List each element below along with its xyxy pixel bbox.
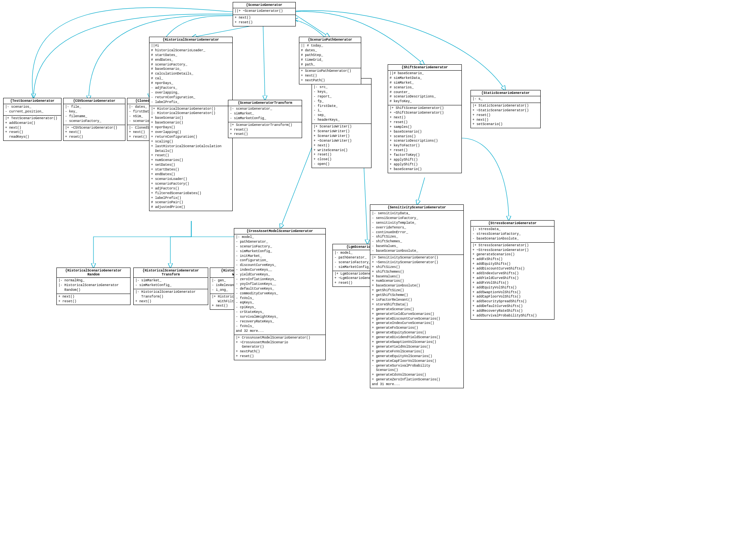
cross-asset-model-scenario-generator-methods: |+ CrossAssetModelScenarioGenerator() + … — [234, 335, 325, 360]
scenario-generator-transform-box: {ScenarioGeneratorTransform |- scenarioG… — [228, 100, 302, 138]
csv-scenario-generator-methods: |+ ~CSVScenarioGenerator() + next() + re… — [63, 125, 125, 141]
scenario-generator-methods: + next() + reset() — [233, 15, 295, 26]
shift-scenario-generator-methods: |+ ShiftScenarioGenerator() + ~ShiftScen… — [388, 105, 461, 172]
sensitivity-scenario-generator-title: {SensitivityScenarioGenerator — [370, 205, 463, 211]
csv-scenario-generator-title: {CSVScenarioGenerator — [63, 98, 125, 104]
scenario-writer-attrs: |- src_ - keys_ - report_ - fp_ - firstD… — [312, 84, 371, 124]
scenario-generator-attrs: ||+ ~ScenarioGenerator() — [233, 8, 295, 15]
test-scenario-generator-attrs: |- scenarios_ - current_position_ — [4, 104, 61, 116]
scenario-generator-box: {ScenarioGenerator ||+ ~ScenarioGenerato… — [233, 2, 296, 26]
diagram-container: {ScenarioGenerator ||+ ~ScenarioGenerato… — [0, 0, 756, 541]
historical-scenario-generator-random-box: {HistoricalScenarioGeneratorRandom |- no… — [56, 268, 131, 305]
static-scenario-generator-attrs: |- s_ — [471, 96, 540, 103]
historical-scenario-generator-title: {HistoricalScenarioGenerator — [149, 37, 232, 43]
historical-scenario-generator-box: {HistoricalScenarioGenerator ||#i # hist… — [149, 37, 233, 211]
historical-scenario-generator-random-title: {HistoricalScenarioGeneratorRandom — [57, 268, 130, 278]
sensitivity-scenario-generator-attrs: |- sensitivityData_ - sensiScenarioFacto… — [370, 211, 463, 255]
historical-scenario-generator-transform-methods: |- HistoricalScenarioGenerator Transform… — [134, 289, 208, 305]
scenario-generator-transform-title: {ScenarioGeneratorTransform — [228, 100, 302, 106]
stress-scenario-generator-attrs: |- stressData_ - stressScenarioFactory_ … — [471, 227, 554, 243]
scenario-path-generator-box: {ScenarioPathGenerator || # today_ # dat… — [299, 37, 361, 84]
historical-scenario-generator-transform-title: {HistoricalScenarioGeneratorTransform — [134, 268, 208, 278]
scenario-path-generator-methods: + ScenarioPathGenerator() + next() + nex… — [299, 68, 361, 84]
static-scenario-generator-methods: |+ StaticScenarioGenerator() + ~StaticSc… — [471, 103, 540, 128]
historical-scenario-generator-random-methods: + next() + reset() — [57, 294, 130, 305]
test-scenario-generator-methods: |+ TestScenarioGenerator() + addScenario… — [4, 116, 61, 140]
sensitivity-scenario-generator-methods: |+ SensitivityScenarioGenerator() + ~Sen… — [370, 255, 463, 388]
historical-scenario-generator-transform-attrs: |- simMarket_ - simMarketConfig_ — [134, 278, 208, 289]
test-scenario-generator-box: {TestScenarioGenerator |- scenarios_ - c… — [3, 98, 62, 141]
scenario-writer-methods: |+ ScenarioWriter() + ScenarioWriter() +… — [312, 124, 371, 168]
sensitivity-scenario-generator-box: {SensitivityScenarioGenerator |- sensiti… — [370, 204, 464, 388]
static-scenario-generator-box: {StaticScenarioGenerator |- s_ |+ Static… — [470, 90, 541, 128]
cross-asset-model-scenario-generator-title: {CrossAssetModelScenarioGenerator — [234, 228, 325, 234]
cross-asset-model-scenario-generator-attrs: |- model_ - pathGenerator_ - scenarioFac… — [234, 234, 325, 335]
shift-scenario-generator-attrs: ||# baseScenario_ # simMarketData_ # sim… — [388, 71, 461, 105]
stress-scenario-generator-methods: |+ StressScenarioGenerator() + ~StressSc… — [471, 243, 554, 319]
scenario-path-generator-title: {ScenarioPathGenerator — [299, 37, 361, 43]
historical-scenario-generator-methods: |+ HistoricalScenarioGenerator() |- Hist… — [149, 106, 232, 211]
scenario-generator-transform-attrs: |- scenarioGenerator_ - simMarket_ - sim… — [228, 106, 302, 122]
test-scenario-generator-title: {TestScenarioGenerator — [4, 98, 61, 104]
cross-asset-model-scenario-generator-box: {CrossAssetModelScenarioGenerator |- mod… — [234, 228, 326, 360]
static-scenario-generator-title: {StaticScenarioGenerator — [471, 90, 540, 96]
stress-scenario-generator-box: {StressScenarioGenerator |- stressData_ … — [470, 220, 554, 320]
csv-scenario-generator-box: {CSVScenarioGenerator |- file_ - key_ - … — [63, 98, 125, 141]
stress-scenario-generator-title: {StressScenarioGenerator — [471, 221, 554, 227]
scenario-generator-transform-methods: |+ ScenarioGeneratorTransform() + reset(… — [228, 122, 302, 138]
shift-scenario-generator-title: {ShiftScenarioGenerator — [388, 65, 461, 71]
scenario-writer-box: {ScenarioWriter |- src_ - keys_ - report… — [312, 78, 371, 168]
shift-scenario-generator-box: {ShiftScenarioGenerator ||# baseScenario… — [388, 64, 462, 173]
scenario-generator-title: {ScenarioGenerator — [233, 2, 295, 8]
scenario-path-generator-attrs: || # today_ # dates_ # pathStep_ # timeG… — [299, 43, 361, 68]
historical-scenario-generator-attrs: ||#i # historicalScenarioLoader_ # start… — [149, 43, 232, 106]
historical-scenario-generator-transform-box: {HistoricalScenarioGeneratorTransform |-… — [133, 268, 208, 305]
csv-scenario-generator-attrs: |- file_ - key_ - filename_ - scenarioFa… — [63, 104, 125, 125]
historical-scenario-generator-random-attrs: |- normalRng_ |- HistoricalScenarioGener… — [57, 278, 130, 294]
